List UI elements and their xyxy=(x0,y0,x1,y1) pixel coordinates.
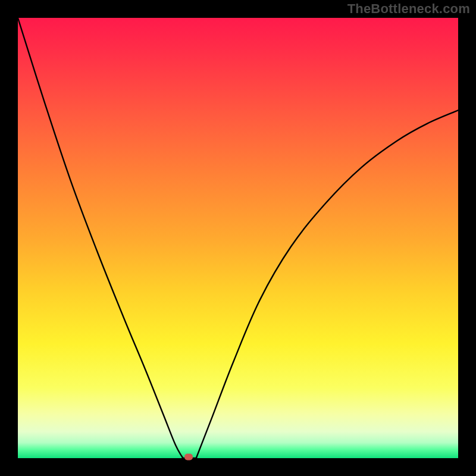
watermark-text: TheBottleneck.com xyxy=(347,1,470,17)
minimum-marker xyxy=(184,454,193,461)
bottleneck-curve xyxy=(18,18,458,458)
plot-area xyxy=(18,18,458,458)
chart-container: TheBottleneck.com xyxy=(0,0,476,476)
